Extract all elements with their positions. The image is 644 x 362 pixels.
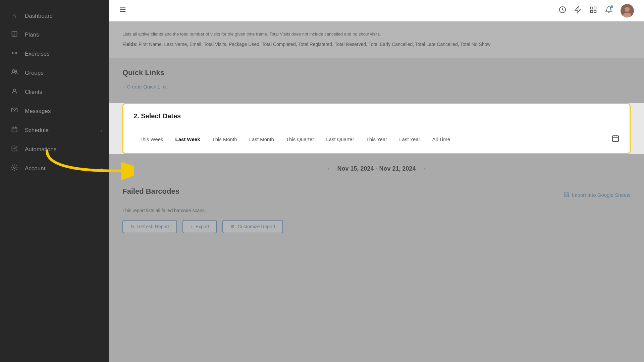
main-content: Lists all active clients and the total n… [109,0,644,362]
date-options-row: This Week Last Week This Month Last Mont… [133,134,620,145]
fields-value: First Name, Last Name, Email, Total Visi… [139,42,490,47]
sidebar-item-plans[interactable]: Plans [0,25,109,44]
sidebar: ⌂ Dashboard Plans Exercises Groups Clien… [0,0,109,362]
date-option-last-quarter[interactable]: Last Quarter [320,134,360,145]
select-dates-title: 2. Select Dates [133,112,620,120]
svg-point-8 [13,89,16,91]
sidebar-label-plans: Plans [25,32,39,38]
date-range-row: ‹ Nov 15, 2024 - Nov 21, 2024 › [122,161,631,177]
date-option-last-week[interactable]: Last Week [169,134,206,145]
date-option-this-month[interactable]: This Month [206,134,243,145]
svg-rect-10 [12,127,17,132]
sidebar-item-dashboard[interactable]: ⌂ Dashboard [0,7,109,25]
export-label: Export [196,224,209,229]
svg-point-7 [15,70,17,72]
svg-rect-23 [594,10,596,12]
clients-icon [10,88,19,96]
date-option-all-time[interactable]: All Time [426,134,456,145]
fields-label: Fields [122,42,136,47]
select-dates-card: 2. Select Dates This Week Last Week This… [122,103,631,154]
schedule-arrow-icon: › [101,128,102,133]
notification-dot [610,5,613,8]
date-next-button[interactable]: › [421,164,429,174]
sidebar-item-exercises[interactable]: Exercises [0,44,109,63]
export-button[interactable]: ↑ Export [182,220,217,233]
svg-rect-21 [594,7,596,9]
sidebar-label-schedule: Schedule [25,127,49,134]
sidebar-item-schedule[interactable]: Schedule › [0,121,109,140]
failed-barcodes-section: Failed Barcodes Import Into Google Sheet… [109,177,644,243]
automations-icon [10,145,19,154]
refresh-report-button[interactable]: ↻ Refresh Report [122,220,177,233]
grid-icon[interactable] [590,6,597,15]
svg-rect-32 [567,193,569,194]
svg-rect-31 [565,193,566,194]
fields-section: Lists all active clients and the total n… [109,21,644,58]
date-option-this-quarter[interactable]: This Quarter [280,134,320,145]
action-buttons: ↻ Refresh Report ↑ Export ⚙ Customize Re… [122,220,631,233]
date-option-this-year[interactable]: This Year [360,134,393,145]
customize-icon: ⚙ [230,224,235,229]
sidebar-item-messages[interactable]: Messages [0,102,109,121]
account-icon [10,164,19,173]
quick-links-section: Quick Links + Create Quick Link [109,58,644,97]
failed-barcodes-description: This report lists all failed barcode sca… [122,208,631,213]
hamburger-icon[interactable] [119,6,126,15]
fields-text: Fields: First Name, Last Name, Email, To… [122,41,631,48]
bell-icon[interactable] [605,6,612,15]
create-quick-link-button[interactable]: + Create Quick Link [122,84,167,89]
svg-point-6 [12,70,15,72]
sidebar-item-account[interactable]: Account › [0,159,109,178]
failed-barcodes-header: Failed Barcodes Import Into Google Sheet… [122,187,631,202]
sidebar-item-groups[interactable]: Groups [0,63,109,82]
customize-label: Customize Report [237,224,275,229]
svg-rect-20 [591,7,593,9]
date-option-last-month[interactable]: Last Month [243,134,280,145]
sidebar-label-clients: Clients [25,89,42,96]
svg-rect-34 [567,195,569,197]
groups-icon [10,69,19,77]
account-arrow-icon: › [101,166,102,171]
avatar[interactable] [621,4,634,17]
fields-description: Lists all active clients and the total n… [122,32,631,37]
messages-icon [10,107,19,115]
export-icon: ↑ [191,224,193,229]
lightning-icon[interactable] [574,6,582,15]
date-divider [133,127,620,127]
content-area: Lists all active clients and the total n… [109,21,644,362]
refresh-icon: ↻ [130,224,135,229]
date-option-last-year[interactable]: Last Year [393,134,426,145]
sidebar-label-dashboard: Dashboard [25,13,53,19]
sidebar-label-automations: Automations [25,146,57,153]
date-range-text: Nov 15, 2024 - Nov 21, 2024 [337,165,416,172]
import-label: Import Into Google Sheets [572,192,631,198]
import-google-sheets-button[interactable]: Import Into Google Sheets [564,192,631,198]
customize-report-button[interactable]: ⚙ Customize Report [222,220,283,233]
plans-icon [10,31,19,39]
sidebar-label-account: Account [25,165,45,172]
schedule-icon [10,126,19,134]
history-icon[interactable] [559,6,566,15]
svg-marker-19 [575,7,581,13]
refresh-label: Refresh Report [137,224,169,229]
calendar-icon[interactable] [611,134,620,144]
sidebar-label-exercises: Exercises [25,51,50,57]
home-icon: ⌂ [10,12,19,20]
exercises-icon [10,50,19,58]
topbar [109,0,644,21]
date-option-this-week[interactable]: This Week [133,134,169,145]
svg-rect-27 [612,136,619,141]
svg-rect-33 [565,195,566,197]
svg-point-25 [625,7,630,12]
sidebar-label-messages: Messages [25,108,51,115]
date-prev-button[interactable]: ‹ [324,164,332,174]
quick-links-title: Quick Links [122,68,631,77]
svg-rect-22 [591,10,593,12]
failed-barcodes-title: Failed Barcodes [122,187,179,196]
sidebar-item-automations[interactable]: Automations [0,140,109,159]
sidebar-item-clients[interactable]: Clients [0,82,109,102]
sidebar-label-groups: Groups [25,70,44,76]
svg-point-14 [14,167,15,169]
